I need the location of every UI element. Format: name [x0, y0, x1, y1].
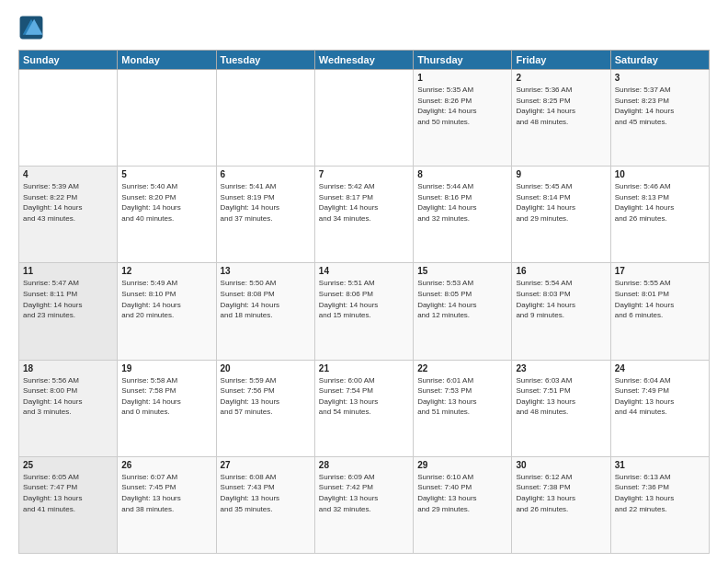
day-info: Sunrise: 5:46 AM Sunset: 8:13 PM Dayligh…	[615, 181, 705, 224]
calendar-cell: 9Sunrise: 5:45 AM Sunset: 8:14 PM Daylig…	[512, 167, 610, 263]
weekday-header-wednesday: Wednesday	[314, 51, 413, 70]
day-number: 5	[121, 169, 211, 179]
calendar-cell: 19Sunrise: 5:58 AM Sunset: 7:58 PM Dayli…	[118, 360, 216, 456]
day-info: Sunrise: 5:59 AM Sunset: 7:56 PM Dayligh…	[221, 375, 311, 418]
day-info: Sunrise: 6:03 AM Sunset: 7:51 PM Dayligh…	[516, 375, 606, 418]
calendar-cell	[314, 70, 413, 167]
day-number: 23	[516, 363, 606, 373]
day-info: Sunrise: 5:37 AM Sunset: 8:23 PM Dayligh…	[615, 85, 705, 127]
day-info: Sunrise: 5:53 AM Sunset: 8:05 PM Dayligh…	[417, 278, 507, 320]
day-number: 25	[23, 460, 113, 470]
calendar-cell: 23Sunrise: 6:03 AM Sunset: 7:51 PM Dayli…	[512, 360, 610, 456]
day-number: 21	[319, 363, 409, 373]
day-info: Sunrise: 5:45 AM Sunset: 8:14 PM Dayligh…	[516, 181, 606, 224]
calendar-week-2: 11Sunrise: 5:47 AM Sunset: 8:11 PM Dayli…	[19, 263, 710, 360]
day-number: 13	[221, 266, 311, 276]
day-info: Sunrise: 5:42 AM Sunset: 8:17 PM Dayligh…	[319, 181, 409, 224]
calendar-cell: 10Sunrise: 5:46 AM Sunset: 8:13 PM Dayli…	[610, 167, 709, 263]
calendar-cell: 22Sunrise: 6:01 AM Sunset: 7:53 PM Dayli…	[414, 360, 512, 456]
day-number: 17	[615, 266, 705, 276]
header	[18, 15, 710, 40]
day-number: 9	[516, 169, 606, 179]
day-number: 27	[221, 460, 311, 470]
day-number: 30	[516, 460, 606, 470]
calendar-cell: 13Sunrise: 5:50 AM Sunset: 8:08 PM Dayli…	[216, 263, 314, 360]
calendar-cell: 28Sunrise: 6:09 AM Sunset: 7:42 PM Dayli…	[314, 456, 413, 553]
day-number: 2	[516, 73, 606, 83]
calendar-cell: 25Sunrise: 6:05 AM Sunset: 7:47 PM Dayli…	[19, 456, 118, 553]
logo-icon	[18, 15, 44, 40]
day-info: Sunrise: 5:36 AM Sunset: 8:25 PM Dayligh…	[516, 85, 606, 127]
day-info: Sunrise: 6:13 AM Sunset: 7:36 PM Dayligh…	[615, 472, 705, 514]
day-number: 26	[121, 460, 211, 470]
day-info: Sunrise: 5:58 AM Sunset: 7:58 PM Dayligh…	[121, 375, 211, 418]
calendar-cell: 5Sunrise: 5:40 AM Sunset: 8:20 PM Daylig…	[118, 167, 216, 263]
day-number: 12	[121, 266, 211, 276]
calendar-cell: 26Sunrise: 6:07 AM Sunset: 7:45 PM Dayli…	[118, 456, 216, 553]
weekday-header-thursday: Thursday	[414, 51, 512, 70]
calendar-cell: 31Sunrise: 6:13 AM Sunset: 7:36 PM Dayli…	[610, 456, 709, 553]
day-info: Sunrise: 5:35 AM Sunset: 8:26 PM Dayligh…	[417, 85, 507, 127]
calendar-cell: 27Sunrise: 6:08 AM Sunset: 7:43 PM Dayli…	[216, 456, 314, 553]
calendar-cell: 15Sunrise: 5:53 AM Sunset: 8:05 PM Dayli…	[414, 263, 512, 360]
weekday-header-tuesday: Tuesday	[216, 51, 314, 70]
day-number: 22	[417, 363, 507, 373]
day-info: Sunrise: 6:09 AM Sunset: 7:42 PM Dayligh…	[319, 472, 409, 514]
day-info: Sunrise: 5:49 AM Sunset: 8:10 PM Dayligh…	[121, 278, 211, 320]
day-number: 14	[319, 266, 409, 276]
calendar-week-0: 1Sunrise: 5:35 AM Sunset: 8:26 PM Daylig…	[19, 70, 710, 167]
day-info: Sunrise: 6:00 AM Sunset: 7:54 PM Dayligh…	[319, 375, 409, 418]
day-number: 19	[121, 363, 211, 373]
day-number: 24	[615, 363, 705, 373]
calendar-cell: 29Sunrise: 6:10 AM Sunset: 7:40 PM Dayli…	[414, 456, 512, 553]
weekday-header-friday: Friday	[512, 51, 610, 70]
weekday-header-row: SundayMondayTuesdayWednesdayThursdayFrid…	[19, 51, 710, 70]
logo	[18, 15, 48, 40]
calendar-week-1: 4Sunrise: 5:39 AM Sunset: 8:22 PM Daylig…	[19, 167, 710, 263]
day-info: Sunrise: 5:55 AM Sunset: 8:01 PM Dayligh…	[615, 278, 705, 320]
calendar-cell: 4Sunrise: 5:39 AM Sunset: 8:22 PM Daylig…	[19, 167, 118, 263]
page: SundayMondayTuesdayWednesdayThursdayFrid…	[0, 0, 728, 563]
calendar-table: SundayMondayTuesdayWednesdayThursdayFrid…	[18, 50, 710, 554]
calendar-cell	[118, 70, 216, 167]
calendar-cell: 20Sunrise: 5:59 AM Sunset: 7:56 PM Dayli…	[216, 360, 314, 456]
day-info: Sunrise: 5:47 AM Sunset: 8:11 PM Dayligh…	[23, 278, 113, 320]
day-info: Sunrise: 5:50 AM Sunset: 8:08 PM Dayligh…	[221, 278, 311, 320]
calendar-cell: 12Sunrise: 5:49 AM Sunset: 8:10 PM Dayli…	[118, 263, 216, 360]
calendar-cell: 11Sunrise: 5:47 AM Sunset: 8:11 PM Dayli…	[19, 263, 118, 360]
calendar-cell: 14Sunrise: 5:51 AM Sunset: 8:06 PM Dayli…	[314, 263, 413, 360]
calendar-cell: 21Sunrise: 6:00 AM Sunset: 7:54 PM Dayli…	[314, 360, 413, 456]
calendar-cell: 8Sunrise: 5:44 AM Sunset: 8:16 PM Daylig…	[414, 167, 512, 263]
day-number: 7	[319, 169, 409, 179]
day-info: Sunrise: 6:08 AM Sunset: 7:43 PM Dayligh…	[221, 472, 311, 514]
day-number: 1	[417, 73, 507, 83]
day-info: Sunrise: 6:07 AM Sunset: 7:45 PM Dayligh…	[121, 472, 211, 514]
day-info: Sunrise: 6:04 AM Sunset: 7:49 PM Dayligh…	[615, 375, 705, 418]
calendar-cell: 16Sunrise: 5:54 AM Sunset: 8:03 PM Dayli…	[512, 263, 610, 360]
day-info: Sunrise: 5:51 AM Sunset: 8:06 PM Dayligh…	[319, 278, 409, 320]
day-number: 8	[417, 169, 507, 179]
day-number: 18	[23, 363, 113, 373]
day-number: 10	[615, 169, 705, 179]
weekday-header-saturday: Saturday	[610, 51, 709, 70]
day-number: 11	[23, 266, 113, 276]
day-info: Sunrise: 5:41 AM Sunset: 8:19 PM Dayligh…	[221, 181, 311, 224]
day-number: 29	[417, 460, 507, 470]
calendar-cell: 18Sunrise: 5:56 AM Sunset: 8:00 PM Dayli…	[19, 360, 118, 456]
day-number: 15	[417, 266, 507, 276]
day-info: Sunrise: 5:40 AM Sunset: 8:20 PM Dayligh…	[121, 181, 211, 224]
day-number: 4	[23, 169, 113, 179]
calendar-cell: 6Sunrise: 5:41 AM Sunset: 8:19 PM Daylig…	[216, 167, 314, 263]
calendar-cell: 3Sunrise: 5:37 AM Sunset: 8:23 PM Daylig…	[610, 70, 709, 167]
day-number: 28	[319, 460, 409, 470]
calendar-cell	[216, 70, 314, 167]
day-info: Sunrise: 5:39 AM Sunset: 8:22 PM Dayligh…	[23, 181, 113, 224]
day-info: Sunrise: 6:12 AM Sunset: 7:38 PM Dayligh…	[516, 472, 606, 514]
calendar-cell: 7Sunrise: 5:42 AM Sunset: 8:17 PM Daylig…	[314, 167, 413, 263]
day-number: 6	[221, 169, 311, 179]
calendar-body: 1Sunrise: 5:35 AM Sunset: 8:26 PM Daylig…	[19, 70, 710, 554]
calendar-header: SundayMondayTuesdayWednesdayThursdayFrid…	[19, 51, 710, 70]
calendar-week-4: 25Sunrise: 6:05 AM Sunset: 7:47 PM Dayli…	[19, 456, 710, 553]
calendar-cell: 30Sunrise: 6:12 AM Sunset: 7:38 PM Dayli…	[512, 456, 610, 553]
day-number: 3	[615, 73, 705, 83]
